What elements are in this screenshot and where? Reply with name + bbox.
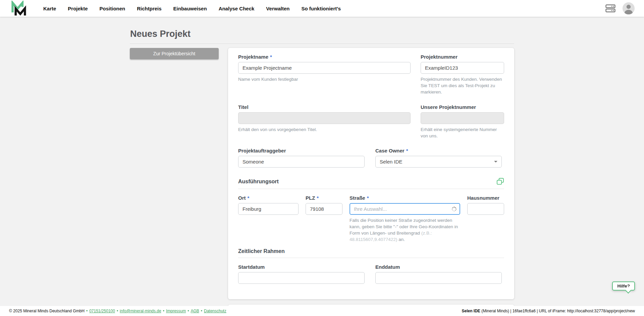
required-asterisk: * [248,195,250,201]
nav-item-so-funktionierts[interactable]: So funktioniert's [301,6,341,11]
nav-item-verwalten[interactable]: Verwalten [266,6,289,11]
field-enddatum: Enddatum [375,264,502,284]
datenschutz-link[interactable]: Datenschutz [204,309,226,313]
field-strasse: Straße * [350,195,460,243]
field-ort: Ort * [238,195,299,243]
field-projektname: Projektname * Name vom Kunden festlegbar [238,54,411,96]
nav-item-richtpreis[interactable]: Richtpreis [137,6,161,11]
new-project-form-card: Projektname * Name vom Kunden festlegbar… [228,48,514,299]
case-owner-selected-value: Selen IDE [380,159,402,165]
enddatum-input[interactable] [375,272,502,284]
hausnummer-input[interactable] [467,203,504,215]
projektname-input[interactable] [238,62,411,74]
topbar-right [605,2,635,15]
required-asterisk: * [406,148,408,153]
projektauftraggeber-input[interactable] [238,156,365,168]
required-asterisk: * [270,54,272,60]
email-link[interactable]: info@mineral-minds.de [120,309,161,313]
impressum-link[interactable]: Impressum [166,309,186,313]
nav-item-karte[interactable]: Karte [43,6,56,11]
titel-input [238,112,411,124]
unsere-projektnummer-label: Unsere Projektnummer [421,104,476,110]
projektnummer-label: Projektnummer [421,54,458,60]
field-projektauftraggeber: Projektauftraggeber [238,148,365,168]
unsere-projektnummer-input [421,112,504,124]
logo-icon [9,1,28,16]
startdatum-input[interactable] [238,272,365,284]
strasse-label: Straße [350,195,365,201]
chevron-down-icon [494,161,497,163]
case-owner-label: Case Owner [375,148,405,153]
case-owner-select[interactable]: Selen IDE [375,156,502,168]
projektname-helper: Name vom Kunden festlegbar [238,76,411,83]
strasse-helper: Falls die Position keiner Straße zugeord… [350,217,460,243]
session-info: Selen IDE (Mineral Minds) | 16fae1ffc6a6… [462,309,635,313]
copyright-text: © 2025 Mineral Minds Deutschland GmbH [9,309,85,313]
user-avatar[interactable] [622,2,635,15]
plz-input[interactable] [306,203,342,215]
projektnummer-input[interactable] [421,62,504,74]
titel-helper: Erhält den von uns vorgegebenen Titel. [238,127,411,133]
field-case-owner: Case Owner * Selen IDE [375,148,502,168]
page-title: Neues Projekt [130,29,514,39]
field-hausnummer: Hausnummer [467,195,504,243]
copy-location-icon[interactable] [496,178,504,185]
field-titel: Titel Erhält den von uns vorgegebenen Ti… [238,104,411,139]
nav-item-projekte[interactable]: Projekte [68,6,88,11]
title-divider [130,44,514,44]
mineral-minds-logo[interactable] [9,1,28,16]
ort-label: Ort [238,195,246,201]
server-list-icon[interactable] [605,4,615,12]
unsere-projektnummer-helper: Erhält eine systemgenerierte Nummer von … [421,127,504,139]
main-area: Neues Projekt Zur Projektübersicht Proje… [0,17,644,306]
field-plz: PLZ * [306,195,342,243]
projektname-label: Projektname [238,54,268,60]
field-startdatum: Startdatum [238,264,365,284]
enddatum-label: Enddatum [375,264,400,270]
footer: © 2025 Mineral Minds Deutschland GmbH • … [0,306,644,316]
nav-item-positionen[interactable]: Positionen [100,6,125,11]
strasse-input[interactable] [350,203,460,215]
required-asterisk: * [317,195,319,201]
field-projektnummer: Projektnummer Projektnummer des Kunden. … [421,54,504,96]
zeitlicher-rahmen-heading: Zeitlicher Rahmen [238,248,285,254]
titel-label: Titel [238,104,249,110]
section-divider [238,258,504,258]
nav-item-einbauweisen[interactable]: Einbauweisen [173,6,207,11]
ausfuehrungsort-heading: Ausführungsort [238,179,279,185]
field-unsere-projektnummer: Unsere Projektnummer Erhält eine systemg… [421,104,504,139]
loading-spinner-icon [451,206,457,212]
hausnummer-label: Hausnummer [467,195,499,201]
hilfe-button[interactable]: Hilfe? [612,281,635,291]
nav-item-analyse-check[interactable]: Analyse Check [219,6,255,11]
startdatum-label: Startdatum [238,264,265,270]
agb-link[interactable]: AGB [191,309,199,313]
projektnummer-helper: Projektnummer des Kunden. Verwenden Sie … [421,76,504,96]
plz-label: PLZ [306,195,315,201]
top-navbar: Karte Projekte Positionen Richtpreis Ein… [0,0,644,17]
projektauftraggeber-label: Projektauftraggeber [238,148,286,153]
required-asterisk: * [367,195,369,201]
phone-link[interactable]: 07151/250100 [89,309,115,313]
main-nav: Karte Projekte Positionen Richtpreis Ein… [43,6,341,11]
ort-input[interactable] [238,203,299,215]
zur-projektuebersicht-button[interactable]: Zur Projektübersicht [130,48,219,59]
section-divider [238,189,504,189]
